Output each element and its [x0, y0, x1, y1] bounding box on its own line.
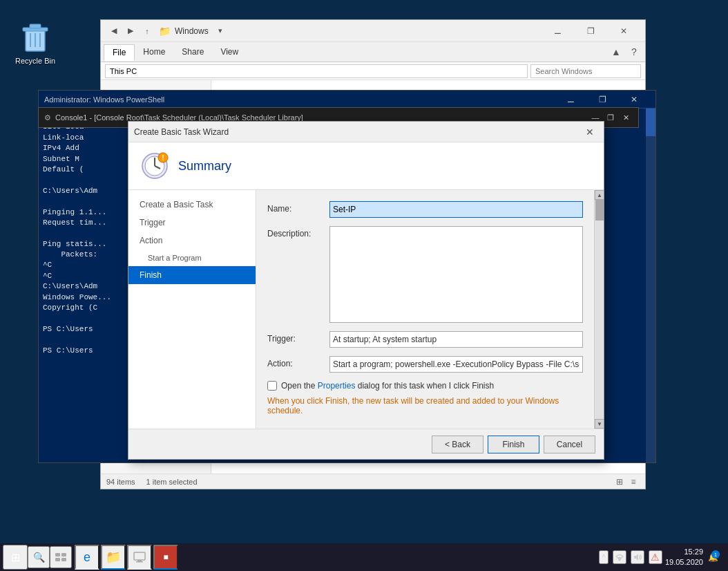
fe-nav-btns: ◀ ▶ ↑: [106, 24, 155, 39]
svg-rect-17: [137, 560, 142, 561]
fe-ribbon-end: ▲ ?: [608, 44, 642, 60]
tab-home[interactable]: Home: [135, 44, 173, 59]
name-input[interactable]: [329, 201, 583, 218]
ps-maximize-button[interactable]: ❐: [586, 91, 618, 109]
ps-titlebar: Administrator: Windows PowerShell ⚊ ❐ ✕: [39, 91, 655, 109]
svg-text:!: !: [162, 154, 164, 162]
properties-link[interactable]: Properties: [318, 381, 356, 391]
action-label: Action:: [267, 356, 329, 368]
wizard-step-action[interactable]: Action: [128, 232, 256, 250]
wizard-step-finish[interactable]: Finish: [128, 266, 256, 284]
finish-button[interactable]: Finish: [488, 436, 539, 453]
clock-date: 19.05.2020: [665, 557, 703, 568]
fe-ribbon: File Home Share View ▲ ?: [101, 42, 645, 62]
tray-network-icon[interactable]: [613, 550, 626, 564]
fe-addressbar: [101, 62, 645, 80]
fe-maximize-button[interactable]: ❐: [575, 20, 606, 42]
properties-checkbox-label[interactable]: Open the Properties dialog for this task…: [281, 381, 494, 391]
notification-badge: 1: [711, 550, 720, 559]
wizard-close-button[interactable]: ✕: [582, 124, 598, 140]
wizard-dialog: Create Basic Task Wizard ✕ ! Summary: [128, 121, 604, 460]
tab-file[interactable]: File: [104, 44, 135, 61]
trigger-row: Trigger:: [267, 331, 583, 348]
tb-monitor-button[interactable]: [127, 545, 152, 570]
console-maximize-button[interactable]: ❐: [604, 111, 617, 124]
ps-minimize-button[interactable]: ⚊: [555, 91, 586, 109]
fe-back-button[interactable]: ◀: [106, 24, 122, 39]
wizard-steps-sidebar: Create a Basic Task Trigger Action Start…: [128, 190, 256, 429]
fe-selected-count: 1 item selected: [146, 478, 198, 486]
fe-statusbar: 94 items 1 item selected ⊞ ≡: [101, 474, 645, 489]
ps-scrollbar[interactable]: [646, 109, 655, 462]
svg-rect-2: [30, 24, 41, 28]
wizard-scroll-track[interactable]: [595, 200, 604, 419]
fe-folder-icon: 📁: [159, 26, 171, 37]
wizard-main-content: Name: Description: Trigger: Action:: [256, 190, 594, 429]
description-row: Description:: [267, 226, 583, 323]
properties-checkbox[interactable]: [267, 381, 277, 391]
fe-address-input[interactable]: [105, 64, 528, 78]
ps-title: Administrator: Windows PowerShell: [44, 95, 164, 104]
tray-volume-icon[interactable]: [631, 550, 644, 564]
console-icon: ⚙: [44, 113, 51, 122]
console-close-button[interactable]: ✕: [619, 111, 633, 124]
wizard-scroll-down-button[interactable]: ▼: [595, 419, 604, 429]
fe-forward-button[interactable]: ▶: [123, 24, 138, 39]
ps-close-button[interactable]: ✕: [618, 91, 650, 109]
fe-search-input[interactable]: [530, 64, 641, 78]
description-label: Description:: [267, 226, 329, 238]
task-view-button[interactable]: [50, 546, 72, 568]
fe-detail-view-button[interactable]: ≡: [627, 476, 640, 488]
tray-warning-icon[interactable]: ⚠: [649, 550, 662, 564]
fe-expand-ribbon-button[interactable]: ▲: [608, 44, 624, 60]
action-input: [329, 356, 583, 373]
search-button[interactable]: 🔍: [28, 546, 50, 568]
fe-titlebar: ◀ ▶ ↑ 📁 Windows ▾ ⚊ ❐ ✕: [101, 20, 645, 42]
ps-controls: ⚊ ❐ ✕: [555, 91, 650, 109]
fe-minimize-button[interactable]: ⚊: [542, 20, 573, 42]
tb-explorer-button[interactable]: 📁: [101, 545, 126, 570]
taskbar: ⊞ 🔍 e 📁 ■: [0, 543, 728, 571]
fe-close-button[interactable]: ✕: [608, 20, 640, 42]
description-textarea[interactable]: [329, 226, 583, 323]
notification-center-button[interactable]: 🔔 1: [706, 550, 720, 564]
fe-items-count: 94 items: [106, 478, 135, 486]
fe-dropdown-button[interactable]: ▾: [213, 24, 228, 39]
back-button[interactable]: < Back: [432, 436, 483, 453]
wizard-header-title: Summary: [178, 159, 231, 174]
fe-help-button[interactable]: ?: [626, 44, 642, 60]
tab-share[interactable]: Share: [173, 44, 212, 59]
wizard-step-trigger[interactable]: Trigger: [128, 214, 256, 232]
start-button[interactable]: ⊞: [3, 545, 28, 570]
ps-scroll-thumb: [646, 109, 655, 136]
svg-rect-16: [134, 552, 145, 560]
tab-view[interactable]: View: [212, 44, 247, 59]
wizard-body: Create a Basic Task Trigger Action Start…: [128, 190, 604, 429]
fe-view-buttons: ⊞ ≡: [613, 476, 640, 488]
wizard-title: Create Basic Task Wizard: [134, 127, 229, 137]
taskbar-pinned-apps: e 📁 ■: [75, 545, 178, 570]
system-clock[interactable]: 15:29 19.05.2020: [665, 547, 703, 568]
wizard-footer: < Back Finish Cancel: [128, 429, 604, 459]
tb-edge-button[interactable]: e: [75, 545, 99, 570]
tray-expand-button[interactable]: ^: [599, 550, 609, 564]
desktop: Recycle Bin Administrator: Windows Power…: [0, 0, 728, 571]
recycle-bin[interactable]: Recycle Bin: [11, 21, 59, 65]
fe-up-button[interactable]: ↑: [140, 24, 155, 39]
system-tray: ^ ⚠: [599, 550, 662, 564]
tb-task-manager-button[interactable]: ■: [153, 545, 178, 570]
wizard-step-create[interactable]: Create a Basic Task: [128, 196, 256, 214]
taskbar-right: ^ ⚠ 15:29: [599, 547, 725, 568]
wizard-header-icon: !: [140, 151, 170, 181]
wizard-scrollbar[interactable]: ▲ ▼: [594, 190, 604, 429]
fe-large-icon-view-button[interactable]: ⊞: [613, 476, 626, 488]
wizard-scroll-thumb: [595, 200, 604, 221]
svg-rect-14: [55, 558, 60, 561]
wizard-step-start-program[interactable]: Start a Program: [128, 250, 256, 266]
action-row: Action:: [267, 356, 583, 373]
cancel-button[interactable]: Cancel: [544, 436, 595, 453]
clock-time: 15:29: [665, 547, 703, 557]
fe-title-left: ◀ ▶ ↑ 📁 Windows ▾: [106, 24, 228, 39]
wizard-scroll-up-button[interactable]: ▲: [595, 190, 604, 200]
svg-rect-12: [55, 553, 60, 556]
